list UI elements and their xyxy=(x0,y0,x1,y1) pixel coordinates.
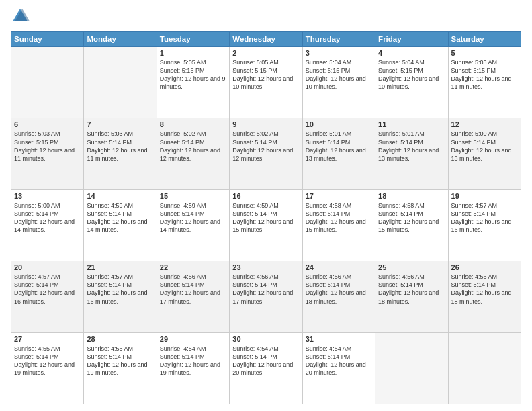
logo xyxy=(11,7,32,26)
day-number: 3 xyxy=(306,49,372,57)
day-number: 29 xyxy=(160,335,226,343)
day-number: 31 xyxy=(306,335,372,343)
calendar-cell: 18Sunrise: 4:58 AMSunset: 5:14 PMDayligh… xyxy=(375,189,448,261)
calendar-cell: 12Sunrise: 5:00 AMSunset: 5:14 PMDayligh… xyxy=(448,118,521,189)
calendar-cell: 13Sunrise: 5:00 AMSunset: 5:14 PMDayligh… xyxy=(11,189,84,261)
day-info: Sunrise: 5:03 AMSunset: 5:15 PMDaylight:… xyxy=(14,130,81,163)
day-info: Sunrise: 4:55 AMSunset: 5:14 PMDaylight:… xyxy=(87,345,153,377)
calendar-cell xyxy=(84,47,157,118)
day-info: Sunrise: 5:02 AMSunset: 5:14 PMDaylight:… xyxy=(232,130,299,163)
calendar-cell xyxy=(375,332,448,404)
calendar-week-row: 20Sunrise: 4:57 AMSunset: 5:14 PMDayligh… xyxy=(11,261,521,332)
calendar-cell: 4Sunrise: 5:04 AMSunset: 5:15 PMDaylight… xyxy=(375,47,448,118)
day-number: 22 xyxy=(160,263,226,271)
day-info: Sunrise: 5:01 AMSunset: 5:14 PMDaylight:… xyxy=(378,130,445,163)
calendar-cell: 30Sunrise: 4:54 AMSunset: 5:14 PMDayligh… xyxy=(230,332,302,404)
calendar-cell: 17Sunrise: 4:58 AMSunset: 5:14 PMDayligh… xyxy=(302,189,375,261)
day-number: 19 xyxy=(451,192,518,200)
day-info: Sunrise: 5:04 AMSunset: 5:15 PMDaylight:… xyxy=(306,58,372,91)
day-info: Sunrise: 5:03 AMSunset: 5:14 PMDaylight:… xyxy=(87,130,153,163)
day-info: Sunrise: 5:04 AMSunset: 5:15 PMDaylight:… xyxy=(378,58,445,91)
day-number: 30 xyxy=(232,335,299,343)
day-info: Sunrise: 4:54 AMSunset: 5:14 PMDaylight:… xyxy=(160,345,226,377)
day-number: 1 xyxy=(160,49,226,57)
day-number: 13 xyxy=(14,192,81,200)
calendar-cell: 27Sunrise: 4:55 AMSunset: 5:14 PMDayligh… xyxy=(11,332,84,404)
day-number: 17 xyxy=(306,192,372,200)
calendar-cell: 11Sunrise: 5:01 AMSunset: 5:14 PMDayligh… xyxy=(375,118,448,189)
calendar-cell: 5Sunrise: 5:03 AMSunset: 5:15 PMDaylight… xyxy=(448,47,521,118)
calendar-cell xyxy=(448,332,521,404)
day-info: Sunrise: 4:56 AMSunset: 5:14 PMDaylight:… xyxy=(232,273,299,306)
day-number: 23 xyxy=(232,263,299,271)
day-info: Sunrise: 4:59 AMSunset: 5:14 PMDaylight:… xyxy=(160,201,226,234)
calendar-header-row: Sunday Monday Tuesday Wednesday Thursday… xyxy=(11,32,521,47)
day-number: 15 xyxy=(160,192,226,200)
calendar-cell: 31Sunrise: 4:54 AMSunset: 5:14 PMDayligh… xyxy=(302,332,375,404)
day-info: Sunrise: 5:01 AMSunset: 5:14 PMDaylight:… xyxy=(306,130,372,163)
day-info: Sunrise: 5:02 AMSunset: 5:14 PMDaylight:… xyxy=(160,130,226,163)
calendar-cell: 29Sunrise: 4:54 AMSunset: 5:14 PMDayligh… xyxy=(157,332,229,404)
day-number: 7 xyxy=(87,120,153,128)
day-info: Sunrise: 4:58 AMSunset: 5:14 PMDaylight:… xyxy=(378,201,445,234)
calendar-cell: 14Sunrise: 4:59 AMSunset: 5:14 PMDayligh… xyxy=(84,189,157,261)
calendar-cell: 15Sunrise: 4:59 AMSunset: 5:14 PMDayligh… xyxy=(157,189,229,261)
day-number: 5 xyxy=(451,49,518,57)
calendar-week-row: 6Sunrise: 5:03 AMSunset: 5:15 PMDaylight… xyxy=(11,118,521,189)
calendar-cell: 28Sunrise: 4:55 AMSunset: 5:14 PMDayligh… xyxy=(84,332,157,404)
calendar-cell: 16Sunrise: 4:59 AMSunset: 5:14 PMDayligh… xyxy=(230,189,302,261)
calendar-cell: 21Sunrise: 4:57 AMSunset: 5:14 PMDayligh… xyxy=(84,261,157,332)
calendar-table: Sunday Monday Tuesday Wednesday Thursday… xyxy=(11,31,521,404)
day-number: 12 xyxy=(451,120,518,128)
page: Sunday Monday Tuesday Wednesday Thursday… xyxy=(0,0,532,411)
header xyxy=(11,7,521,26)
col-monday: Monday xyxy=(84,32,157,47)
calendar-cell: 10Sunrise: 5:01 AMSunset: 5:14 PMDayligh… xyxy=(302,118,375,189)
day-number: 2 xyxy=(232,49,299,57)
calendar-cell: 24Sunrise: 4:56 AMSunset: 5:14 PMDayligh… xyxy=(302,261,375,332)
day-number: 24 xyxy=(306,263,372,271)
col-tuesday: Tuesday xyxy=(157,32,229,47)
day-info: Sunrise: 5:00 AMSunset: 5:14 PMDaylight:… xyxy=(14,201,81,234)
day-number: 8 xyxy=(160,120,226,128)
calendar-cell: 7Sunrise: 5:03 AMSunset: 5:14 PMDaylight… xyxy=(84,118,157,189)
day-info: Sunrise: 4:56 AMSunset: 5:14 PMDaylight:… xyxy=(306,273,372,306)
day-info: Sunrise: 4:54 AMSunset: 5:14 PMDaylight:… xyxy=(306,345,372,377)
day-number: 26 xyxy=(451,263,518,271)
day-number: 25 xyxy=(378,263,445,271)
day-info: Sunrise: 4:59 AMSunset: 5:14 PMDaylight:… xyxy=(87,201,153,234)
day-number: 18 xyxy=(378,192,445,200)
col-friday: Friday xyxy=(375,32,448,47)
calendar-cell: 23Sunrise: 4:56 AMSunset: 5:14 PMDayligh… xyxy=(230,261,302,332)
day-number: 21 xyxy=(87,263,153,271)
day-number: 20 xyxy=(14,263,81,271)
day-info: Sunrise: 5:03 AMSunset: 5:15 PMDaylight:… xyxy=(451,58,518,91)
calendar-week-row: 13Sunrise: 5:00 AMSunset: 5:14 PMDayligh… xyxy=(11,189,521,261)
day-info: Sunrise: 4:55 AMSunset: 5:14 PMDaylight:… xyxy=(14,345,81,377)
calendar-cell: 6Sunrise: 5:03 AMSunset: 5:15 PMDaylight… xyxy=(11,118,84,189)
day-number: 11 xyxy=(378,120,445,128)
day-info: Sunrise: 5:00 AMSunset: 5:14 PMDaylight:… xyxy=(451,130,518,163)
calendar-cell: 20Sunrise: 4:57 AMSunset: 5:14 PMDayligh… xyxy=(11,261,84,332)
col-thursday: Thursday xyxy=(302,32,375,47)
day-number: 10 xyxy=(306,120,372,128)
day-info: Sunrise: 5:05 AMSunset: 5:15 PMDaylight:… xyxy=(232,58,299,91)
calendar-cell: 3Sunrise: 5:04 AMSunset: 5:15 PMDaylight… xyxy=(302,47,375,118)
day-info: Sunrise: 4:55 AMSunset: 5:14 PMDaylight:… xyxy=(451,273,518,306)
day-info: Sunrise: 4:54 AMSunset: 5:14 PMDaylight:… xyxy=(232,345,299,377)
day-number: 9 xyxy=(232,120,299,128)
day-info: Sunrise: 4:57 AMSunset: 5:14 PMDaylight:… xyxy=(14,273,81,306)
calendar-cell: 19Sunrise: 4:57 AMSunset: 5:14 PMDayligh… xyxy=(448,189,521,261)
day-number: 4 xyxy=(378,49,445,57)
day-number: 14 xyxy=(87,192,153,200)
calendar-cell xyxy=(11,47,84,118)
day-number: 6 xyxy=(14,120,81,128)
logo-icon xyxy=(11,7,30,26)
col-sunday: Sunday xyxy=(11,32,84,47)
col-wednesday: Wednesday xyxy=(230,32,302,47)
col-saturday: Saturday xyxy=(448,32,521,47)
calendar-cell: 25Sunrise: 4:56 AMSunset: 5:14 PMDayligh… xyxy=(375,261,448,332)
day-info: Sunrise: 5:05 AMSunset: 5:15 PMDaylight:… xyxy=(160,58,226,91)
day-info: Sunrise: 4:56 AMSunset: 5:14 PMDaylight:… xyxy=(378,273,445,306)
calendar-week-row: 1Sunrise: 5:05 AMSunset: 5:15 PMDaylight… xyxy=(11,47,521,118)
